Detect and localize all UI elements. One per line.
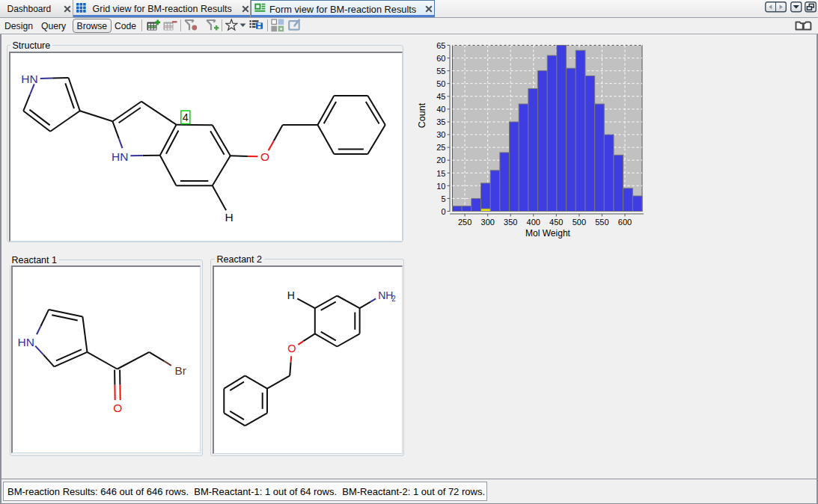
svg-text:4: 4 <box>182 111 188 123</box>
svg-text:0: 0 <box>441 207 445 216</box>
svg-text:25: 25 <box>436 143 445 152</box>
svg-text:H: H <box>287 289 295 301</box>
svg-text:40: 40 <box>436 105 445 114</box>
svg-text:45: 45 <box>436 92 445 101</box>
svg-text:Br: Br <box>174 364 186 377</box>
svg-text:55: 55 <box>436 67 445 76</box>
svg-text:HN: HN <box>18 336 34 348</box>
svg-text:600: 600 <box>618 218 632 227</box>
svg-text:65: 65 <box>436 41 445 50</box>
svg-text:O: O <box>260 150 269 163</box>
svg-text:O: O <box>287 342 296 354</box>
svg-text:Mol Weight: Mol Weight <box>525 228 570 239</box>
svg-text:2: 2 <box>391 295 396 303</box>
svg-text:300: 300 <box>481 218 495 227</box>
svg-text:250: 250 <box>458 218 471 227</box>
svg-text:500: 500 <box>573 218 586 227</box>
svg-text:O: O <box>113 402 122 414</box>
svg-text:350: 350 <box>504 218 517 227</box>
svg-text:35: 35 <box>436 117 445 126</box>
svg-text:450: 450 <box>549 218 563 227</box>
svg-text:HN: HN <box>21 73 37 85</box>
svg-text:400: 400 <box>527 218 540 227</box>
svg-text:5: 5 <box>441 194 445 203</box>
svg-text:550: 550 <box>595 218 608 227</box>
svg-text:HN: HN <box>112 150 128 163</box>
svg-text:30: 30 <box>436 130 445 139</box>
svg-text:H: H <box>225 211 233 224</box>
svg-text:10: 10 <box>436 182 445 191</box>
svg-text:20: 20 <box>436 156 445 165</box>
svg-text:50: 50 <box>436 79 445 88</box>
svg-text:15: 15 <box>436 169 445 178</box>
svg-text:Count: Count <box>417 102 427 128</box>
svg-text:60: 60 <box>436 54 445 63</box>
